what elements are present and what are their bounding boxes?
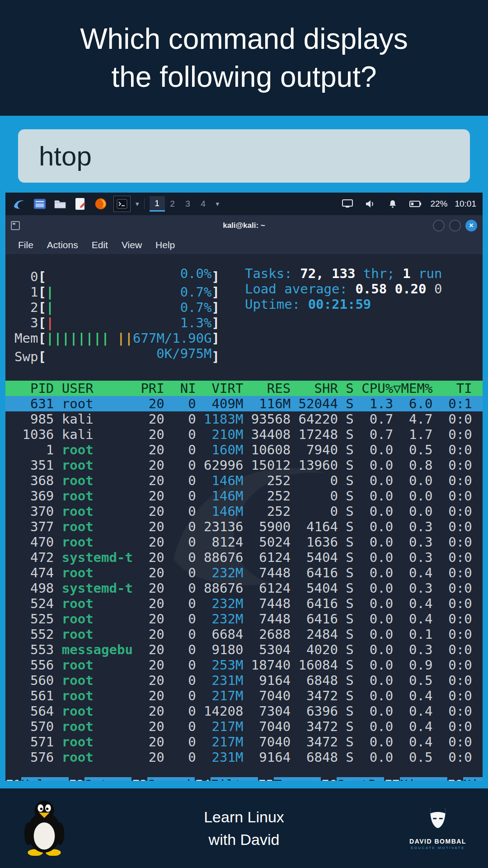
process-row-561[interactable]: 561 root 20 0 217M 7040 3472 S 0.0 0.4 0… xyxy=(5,688,483,703)
app-window-icon[interactable] xyxy=(32,196,47,212)
process-row-1036[interactable]: 1036 kali 20 0 210M 34408 17248 S 0.7 1.… xyxy=(5,427,483,442)
meter-3: 3[|1.3%] xyxy=(14,315,220,330)
window-titlebar[interactable]: kali@kali: ~ × xyxy=(5,215,483,236)
menu-item-edit[interactable]: Edit xyxy=(92,240,108,250)
close-button[interactable]: × xyxy=(465,220,477,231)
meter-mem: Mem[|||||||| ||677M/1.90G] xyxy=(14,330,220,346)
process-row-498[interactable]: 498 systemd-t 20 0 88676 6124 5404 S 0.0… xyxy=(5,580,483,596)
fkey-f4[interactable]: F4 xyxy=(195,777,211,781)
workspace-3[interactable]: 3 xyxy=(180,196,196,212)
fkey-f2[interactable]: F2 xyxy=(69,777,84,781)
process-row-377[interactable]: 377 root 20 0 23136 5900 4164 S 0.0 0.3 … xyxy=(5,519,483,534)
menu-item-file[interactable]: File xyxy=(18,240,33,250)
process-row-560[interactable]: 560 root 20 0 231M 9164 6848 S 0.0 0.5 0… xyxy=(5,673,483,688)
summary-line-0: Tasks: 72, 133 thr; 1 run xyxy=(245,266,442,281)
meter-1: 1[|0.7%] xyxy=(14,284,220,300)
meter-2: 2[|0.7%] xyxy=(14,300,220,315)
workspace-4[interactable]: 4 xyxy=(196,196,211,212)
workspace-2[interactable]: 2 xyxy=(165,196,180,212)
menu-bar: FileActionsEditViewHelp xyxy=(5,236,483,254)
cpu-memory-meters: 0[0.0%]1[|0.7%]2[|0.7%]3[|1.3%]Mem[|||||… xyxy=(14,266,220,364)
quiz-page: Which command displays the following out… xyxy=(0,0,488,868)
summary-line-2: Uptime: 00:21:59 xyxy=(245,297,442,312)
fkey-label-f6[interactable]: SortBy xyxy=(337,777,384,781)
process-row-474[interactable]: 474 root 20 0 232M 7448 6416 S 0.0 0.4 0… xyxy=(5,565,483,580)
process-row-368[interactable]: 368 root 20 0 146M 252 0 S 0.0 0.0 0:0 xyxy=(5,473,483,488)
answer-box: htop xyxy=(18,129,470,183)
page-title: Which command displays the following out… xyxy=(0,0,488,116)
fkey-f1[interactable]: F1 xyxy=(5,777,21,781)
maximize-button[interactable] xyxy=(449,220,461,231)
taskbar-separator xyxy=(144,198,145,210)
process-row-1[interactable]: 1 root 20 0 160M 10608 7940 S 0.0 0.5 0:… xyxy=(5,442,483,458)
window-title: kali@kali: ~ xyxy=(5,221,483,230)
summary-line-1: Load average: 0.58 0.20 0 xyxy=(245,281,442,297)
fkey-f6[interactable]: F6 xyxy=(321,777,337,781)
footer-text: Learn Linux with David xyxy=(0,806,488,851)
htop-terminal: 0[0.0%]1[|0.7%]2[|0.7%]3[|1.3%]Mem[|||||… xyxy=(5,254,483,781)
text-editor-icon[interactable] xyxy=(73,196,88,212)
footer: Learn Linux with David DAVID BOMBAL EDUC… xyxy=(0,788,488,868)
taskbar: ▾ 1234 ▾ 22% 10:01 xyxy=(5,193,483,215)
process-row-524[interactable]: 524 root 20 0 232M 7448 6416 S 0.0 0.4 0… xyxy=(5,596,483,611)
meter-0: 0[0.0%] xyxy=(14,266,220,284)
fkey-label-f2[interactable]: Setup xyxy=(84,777,132,781)
process-row-631[interactable]: 631 root 20 0 409M 116M 52044 S 1.3 6.0 … xyxy=(5,396,483,411)
process-row-470[interactable]: 470 root 20 0 8124 5024 1636 S 0.0 0.3 0… xyxy=(5,534,483,550)
terminal-dropdown-chevron-icon[interactable]: ▾ xyxy=(136,200,139,208)
process-row-556[interactable]: 556 root 20 0 253M 18740 16084 S 0.0 0.9… xyxy=(5,657,483,673)
answer-text: htop xyxy=(39,141,92,172)
desktop-screenshot: ▾ 1234 ▾ 22% 10:01 xyxy=(5,193,483,781)
process-row-369[interactable]: 369 root 20 0 146M 252 0 S 0.0 0.0 0:0 xyxy=(5,488,483,504)
notification-bell-icon[interactable] xyxy=(385,196,400,212)
fkey-label-f1[interactable]: Help xyxy=(21,777,69,781)
fkey-label-f3[interactable]: Search xyxy=(147,777,195,781)
fkey-label-f7[interactable]: Nice - xyxy=(400,777,447,781)
process-table: PID USER PRI NI VIRT RES SHR S CPU%▽MEM%… xyxy=(5,381,483,765)
battery-icon[interactable] xyxy=(408,196,423,212)
title-line-1: Which command displays xyxy=(80,20,408,58)
window-controls: × xyxy=(433,220,477,231)
kali-menu-icon[interactable] xyxy=(12,196,27,212)
volume-icon[interactable] xyxy=(362,196,378,212)
firefox-icon[interactable] xyxy=(93,196,108,212)
menu-item-view[interactable]: View xyxy=(122,240,142,250)
process-row-525[interactable]: 525 root 20 0 232M 7448 6416 S 0.0 0.4 0… xyxy=(5,611,483,627)
function-key-bar: F1Help F2Setup F3SearchF4FilterF5Tree F6… xyxy=(5,777,483,781)
fkey-f7[interactable]: F7 xyxy=(384,777,400,781)
workspace-dropdown-chevron-icon[interactable]: ▾ xyxy=(216,200,220,208)
process-row-370[interactable]: 370 root 20 0 146M 252 0 S 0.0 0.0 0:0 xyxy=(5,504,483,519)
process-row-553[interactable]: 553 messagebu 20 0 9180 5304 4020 S 0.0 … xyxy=(5,642,483,657)
menu-item-actions[interactable]: Actions xyxy=(47,240,78,250)
fkey-label-f8[interactable]: Ni xyxy=(463,777,483,781)
process-row-570[interactable]: 570 root 20 0 217M 7040 3472 S 0.0 0.4 0… xyxy=(5,719,483,734)
fkey-f5[interactable]: F5 xyxy=(258,777,274,781)
process-row-564[interactable]: 564 root 20 0 14208 7304 6396 S 0.0 0.4 … xyxy=(5,703,483,719)
terminal-launcher-icon[interactable] xyxy=(113,196,131,212)
process-row-351[interactable]: 351 root 20 0 62996 15012 13960 S 0.0 0.… xyxy=(5,458,483,473)
meter-swp: Swp[0K/975M] xyxy=(14,346,220,364)
minimize-button[interactable] xyxy=(433,220,445,231)
display-icon[interactable] xyxy=(340,196,355,212)
fkey-label-f4[interactable]: Filter xyxy=(211,777,258,781)
workspace-switcher: 1234 xyxy=(150,196,211,212)
workspace-1[interactable]: 1 xyxy=(150,196,165,212)
file-manager-icon[interactable] xyxy=(52,196,68,212)
process-row-571[interactable]: 571 root 20 0 217M 7040 3472 S 0.0 0.4 0… xyxy=(5,734,483,750)
title-line-2: the following output? xyxy=(111,58,376,96)
menu-item-help[interactable]: Help xyxy=(155,240,175,250)
fkey-f8[interactable]: F8 xyxy=(447,777,463,781)
process-row-985[interactable]: 985 kali 20 0 1183M 93568 64220 S 0.7 4.… xyxy=(5,411,483,427)
htop-top-area: 0[0.0%]1[|0.7%]2[|0.7%]3[|1.3%]Mem[|||||… xyxy=(5,266,483,364)
table-header[interactable]: PID USER PRI NI VIRT RES SHR S CPU%▽MEM%… xyxy=(5,381,483,396)
process-row-552[interactable]: 552 root 20 0 6684 2688 2484 S 0.0 0.1 0… xyxy=(5,627,483,642)
taskbar-status-area: 22% 10:01 xyxy=(340,196,476,212)
footer-line-1: Learn Linux xyxy=(0,806,488,828)
htop-summary: Tasks: 72, 133 thr; 1 runLoad average: 0… xyxy=(245,266,442,364)
fkey-f3[interactable]: F3 xyxy=(131,777,147,781)
clock: 10:01 xyxy=(455,199,476,209)
process-row-472[interactable]: 472 systemd-t 20 0 88676 6124 5404 S 0.0… xyxy=(5,550,483,565)
footer-line-2: with David xyxy=(0,828,488,851)
fkey-label-f5[interactable]: Tree xyxy=(274,777,321,781)
process-row-576[interactable]: 576 root 20 0 231M 9164 6848 S 0.0 0.5 0… xyxy=(5,750,483,765)
